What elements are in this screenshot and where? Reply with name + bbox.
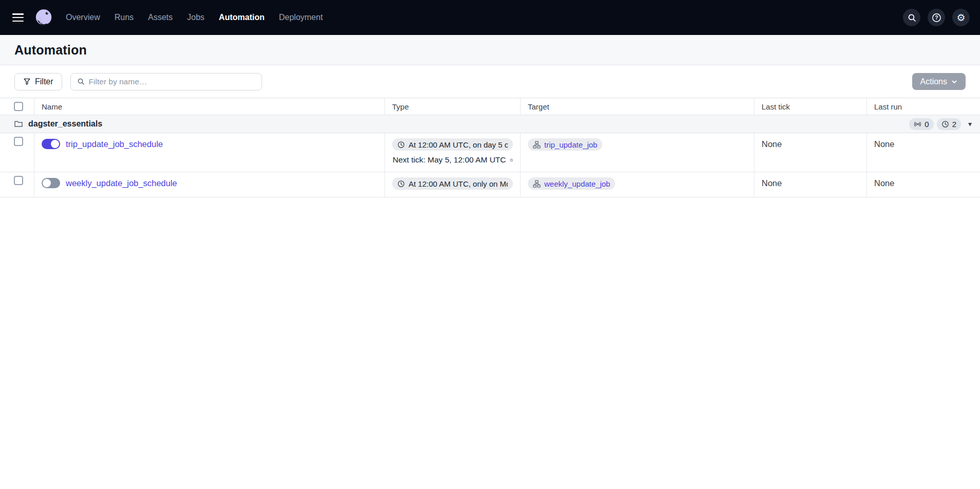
- last-run-value: None: [866, 133, 980, 172]
- dagster-logo-icon[interactable]: [34, 8, 53, 27]
- hamburger-menu-icon[interactable]: [12, 13, 24, 22]
- sensor-count-badge: 0: [909, 118, 933, 130]
- next-tick-text: Next tick: May 5, 12:00 AM UTC: [393, 155, 506, 165]
- search-button[interactable]: [903, 9, 920, 26]
- schedule-tag[interactable]: At 12:00 AM UTC, only on Mond…: [392, 177, 513, 190]
- page-header: Automation: [0, 35, 980, 65]
- schedule-toggle[interactable]: [42, 178, 60, 188]
- target-job-tag[interactable]: trip_update_job: [528, 138, 602, 151]
- next-tick: Next tick: May 5, 12:00 AM UTC: [393, 155, 513, 165]
- target-job-name: weekly_update_job: [544, 179, 610, 188]
- name-filter-input[interactable]: [89, 77, 255, 86]
- help-button[interactable]: ?: [928, 9, 945, 26]
- automation-name-link[interactable]: weekly_update_job_schedule: [66, 178, 177, 188]
- target-job-name: trip_update_job: [544, 140, 597, 149]
- nav-item-assets[interactable]: Assets: [148, 13, 173, 22]
- funnel-icon: [23, 78, 31, 85]
- select-all-checkbox[interactable]: [14, 102, 23, 111]
- primary-nav: Overview Runs Assets Jobs Automation Dep…: [66, 13, 323, 22]
- column-header-last-run: Last run: [866, 98, 980, 115]
- svg-text:?: ?: [935, 14, 938, 21]
- column-header-type: Type: [384, 98, 520, 115]
- clock-icon: [510, 156, 513, 164]
- sensor-count: 0: [924, 120, 929, 129]
- gear-icon: ⚙: [956, 13, 965, 23]
- schedule-tag[interactable]: At 12:00 AM UTC, on day 5 of th…: [392, 138, 513, 151]
- help-icon: ?: [932, 13, 941, 23]
- target-job-tag[interactable]: weekly_update_job: [528, 177, 615, 190]
- folder-icon: [14, 119, 23, 129]
- automation-name-link[interactable]: trip_update_job_schedule: [66, 139, 163, 149]
- actions-button-label: Actions: [920, 77, 947, 86]
- name-filter-field: [70, 73, 262, 90]
- nav-item-deployment[interactable]: Deployment: [279, 13, 323, 22]
- clock-icon: [397, 141, 405, 149]
- clock-icon: [397, 180, 405, 188]
- actions-button[interactable]: Actions: [912, 73, 966, 90]
- schedule-description: At 12:00 AM UTC, on day 5 of th…: [409, 140, 508, 149]
- group-name: dagster_essentials: [28, 119, 102, 129]
- filter-button[interactable]: Filter: [14, 73, 62, 90]
- chevron-down-icon: [951, 79, 957, 85]
- sensor-icon: [914, 120, 921, 128]
- schedule-description: At 12:00 AM UTC, only on Mond…: [409, 179, 508, 188]
- filter-button-label: Filter: [35, 77, 53, 86]
- code-location-group-row: dagster_essentials 0 2 ▾: [0, 115, 980, 133]
- nav-item-overview[interactable]: Overview: [66, 13, 100, 22]
- nav-item-jobs[interactable]: Jobs: [187, 13, 205, 22]
- settings-button[interactable]: ⚙: [952, 9, 970, 26]
- group-collapse-caret-icon[interactable]: ▾: [968, 120, 972, 128]
- clock-icon: [941, 120, 949, 128]
- last-tick-value: None: [754, 133, 866, 172]
- column-header-target: Target: [520, 98, 754, 115]
- schedule-count: 2: [952, 120, 956, 129]
- table-row: trip_update_job_schedule At 12:00 AM UTC…: [0, 133, 980, 172]
- search-icon: [908, 13, 916, 22]
- column-header-last-tick: Last tick: [754, 98, 866, 115]
- top-navbar: Overview Runs Assets Jobs Automation Dep…: [0, 0, 980, 35]
- job-graph-icon: [533, 141, 541, 149]
- automation-table: Name Type Target Last tick Last run dags…: [0, 98, 980, 197]
- nav-item-automation[interactable]: Automation: [219, 13, 265, 22]
- last-run-value: None: [866, 172, 980, 197]
- automation-page: Overview Runs Assets Jobs Automation Dep…: [0, 0, 980, 489]
- table-row: weekly_update_job_schedule At 12:00 AM U…: [0, 172, 980, 197]
- row-checkbox[interactable]: [14, 137, 23, 146]
- job-graph-icon: [533, 180, 541, 188]
- column-header-name: Name: [34, 98, 384, 115]
- search-icon: [77, 78, 85, 85]
- last-tick-value: None: [754, 172, 866, 197]
- table-header-row: Name Type Target Last tick Last run: [0, 98, 980, 115]
- nav-item-runs[interactable]: Runs: [115, 13, 134, 22]
- schedule-count-badge: 2: [937, 118, 961, 130]
- filters-toolbar: Filter Actions: [0, 65, 980, 98]
- row-checkbox[interactable]: [14, 176, 23, 185]
- page-title: Automation: [14, 43, 87, 58]
- schedule-toggle[interactable]: [42, 139, 60, 149]
